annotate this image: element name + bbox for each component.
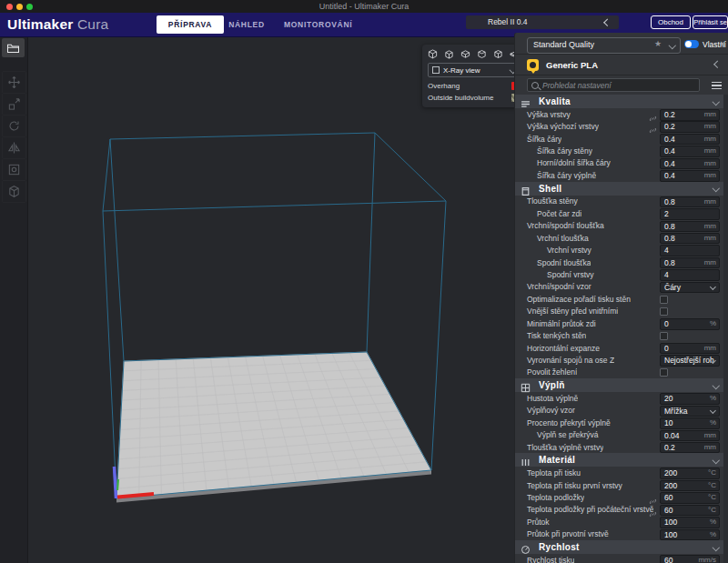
support-blocker-button[interactable] [2, 180, 26, 203]
setting-row[interactable]: Šířka čáry0.4mm [515, 133, 728, 145]
close-panel-icon[interactable]: × [720, 37, 725, 52]
setting-value-field[interactable]: 200°C [660, 467, 720, 479]
setting-value-field[interactable]: 0.8mm [660, 257, 720, 269]
setting-row[interactable]: Vrchní/spodní tloušťka0.8mm [515, 220, 728, 232]
setting-row[interactable]: Teplota podložky60°C [515, 491, 728, 503]
setting-value-field[interactable]: 0.8mm [660, 221, 720, 233]
setting-row[interactable]: Vnější stěny před vnitřními [515, 306, 728, 317]
setting-row[interactable]: Vrchní tloušťka0.8mm [515, 232, 728, 244]
setting-checkbox[interactable] [660, 296, 668, 304]
setting-row[interactable]: Výplň se překrývá0.04mm [515, 429, 728, 441]
setting-value-field[interactable]: 200°C [660, 480, 720, 492]
printer-selector[interactable]: Rebel II 0.4 [466, 15, 619, 29]
setting-select[interactable]: Nejostřejší roh [660, 355, 720, 367]
setting-value-field[interactable]: 60mm/s [660, 555, 720, 563]
right-view-icon[interactable] [493, 49, 503, 59]
tab-preview[interactable]: NÁHLED [228, 15, 266, 34]
setting-value-field[interactable]: 0.4mm [660, 170, 720, 182]
setting-row[interactable]: Rychlost tisku60mm/s [515, 554, 728, 563]
setting-value-field[interactable]: 0.2mm [660, 121, 720, 133]
setting-value-field[interactable]: 0.04mm [660, 430, 720, 442]
per-model-settings-button[interactable] [2, 158, 26, 181]
setting-checkbox[interactable] [660, 307, 668, 316]
setting-row[interactable]: Počet čar zdi2 [515, 207, 728, 219]
sign-in-button[interactable]: Přihlásit se [693, 15, 728, 29]
tab-monitor[interactable]: MONITOROVÁNÍ [284, 15, 340, 34]
setting-checkbox[interactable] [660, 368, 668, 377]
setting-row[interactable]: Vrchní vrstvy4 [515, 244, 728, 256]
star-icon[interactable]: ★ [654, 39, 662, 48]
settings-category-quality[interactable]: Kvalita [515, 95, 728, 108]
setting-value-field[interactable]: 100% [660, 517, 720, 528]
setting-value-field[interactable]: 4 [660, 245, 720, 256]
setting-row[interactable]: Procento překrytí výplně10% [515, 417, 728, 428]
setting-row[interactable]: Spodní vrstvy4 [515, 268, 728, 280]
setting-value: 0.8 [664, 258, 675, 268]
settings-search[interactable] [527, 78, 700, 92]
setting-row[interactable]: Šířka čáry stěny0.4mm [515, 145, 728, 156]
setting-value-field[interactable]: 60°C [660, 492, 720, 504]
setting-row[interactable]: Výplňový vzorMřížka [515, 405, 728, 417]
setting-value-field[interactable]: 10% [660, 417, 720, 429]
setting-row[interactable]: Šířka čáry výplně0.4mm [515, 169, 728, 181]
setting-value-field[interactable]: 0.2mm [660, 109, 720, 121]
setting-value-field[interactable]: 0.4mm [660, 158, 720, 170]
left-view-icon[interactable] [477, 49, 487, 59]
setting-row[interactable]: Tloušťka stěny0.8mm [515, 196, 728, 207]
iso-view-icon[interactable] [428, 49, 438, 59]
setting-row[interactable]: Teplota při tisku200°C [515, 467, 728, 478]
setting-row[interactable]: Vrchní/spodní vzorČáry [515, 281, 728, 293]
custom-mode-toggle[interactable] [684, 40, 699, 48]
setting-row[interactable]: Optimalizace pořadí tisku stěn [515, 293, 728, 305]
setting-row[interactable]: Průtok při prvotní vrstvě100% [515, 528, 728, 540]
setting-value-field[interactable]: 0mm [660, 343, 720, 355]
settings-category-material[interactable]: Materiál [515, 453, 728, 467]
setting-value-field[interactable]: 100% [660, 529, 720, 541]
setting-value-field[interactable]: 0.4mm [660, 146, 720, 157]
settings-category-shell[interactable]: Shell [515, 182, 728, 196]
setting-row[interactable]: Teplota podložky při počáteční vrstvě60°… [515, 504, 728, 516]
search-input[interactable] [542, 81, 695, 90]
settings-category-speed[interactable]: Rychlost [515, 540, 728, 554]
setting-row[interactable]: Povolit žehlení [515, 367, 728, 378]
setting-value-field[interactable]: 0% [660, 318, 720, 330]
setting-row[interactable]: Hustota výplně20% [515, 392, 728, 404]
setting-value-field[interactable]: 20% [660, 393, 720, 405]
open-file-button[interactable] [2, 38, 25, 57]
setting-row[interactable]: Vyrovnání spojů na ose ZNejostřejší roh [515, 354, 728, 366]
settings-menu-icon[interactable] [712, 82, 722, 89]
setting-select[interactable]: Čáry [660, 282, 720, 294]
setting-row[interactable]: Výška vrstvy0.2mm [515, 108, 728, 120]
marketplace-button[interactable]: Obchod [651, 15, 691, 29]
setting-value-field[interactable]: 0.2mm [660, 442, 720, 454]
settings-category-infill[interactable]: Výplň [515, 378, 728, 392]
setting-row[interactable]: Horizontální expanze0mm [515, 342, 728, 354]
tab-prepare[interactable]: PŘÍPRAVA [157, 15, 224, 34]
setting-row[interactable]: Minimální průtok zdi0% [515, 317, 728, 329]
mirror-tool-button[interactable] [2, 136, 26, 159]
material-selector[interactable]: Generic PLA [515, 54, 728, 75]
setting-value-field[interactable]: 0.8mm [660, 233, 720, 245]
setting-row[interactable]: Teplota při tisku první vrstvy200°C [515, 479, 728, 491]
front-view-icon[interactable] [444, 49, 454, 59]
setting-value-field[interactable]: 4 [660, 269, 720, 281]
setting-row[interactable]: Výška výchozí vrstvy0.2mm [515, 120, 728, 132]
setting-row[interactable]: Horní/dolní šířka čáry0.4mm [515, 157, 728, 169]
setting-checkbox[interactable] [660, 332, 668, 340]
setting-value-field[interactable]: 0.4mm [660, 134, 720, 146]
setting-row[interactable]: Tloušťka výplně vrstvy0.2mm [515, 441, 728, 453]
view-mode-dropdown[interactable]: X-Ray view [428, 63, 520, 77]
settings-scrollbar[interactable] [723, 95, 728, 563]
setting-value-field[interactable]: 2 [660, 208, 720, 220]
scale-tool-button[interactable] [2, 93, 26, 116]
profile-dropdown[interactable]: Standard Quality ★ [527, 37, 681, 54]
setting-row[interactable]: Spodní tloušťka0.8mm [515, 256, 728, 268]
setting-row[interactable]: Tisk tenkých stěn [515, 329, 728, 341]
rotate-tool-button[interactable] [2, 115, 26, 137]
setting-select[interactable]: Mřížka [660, 406, 720, 417]
setting-value-field[interactable]: 0.8mm [660, 196, 720, 208]
setting-row[interactable]: Průtok100% [515, 516, 728, 528]
setting-value-field[interactable]: 60°C [660, 505, 720, 517]
top-view-icon[interactable] [460, 49, 470, 59]
move-tool-button[interactable] [2, 71, 26, 94]
